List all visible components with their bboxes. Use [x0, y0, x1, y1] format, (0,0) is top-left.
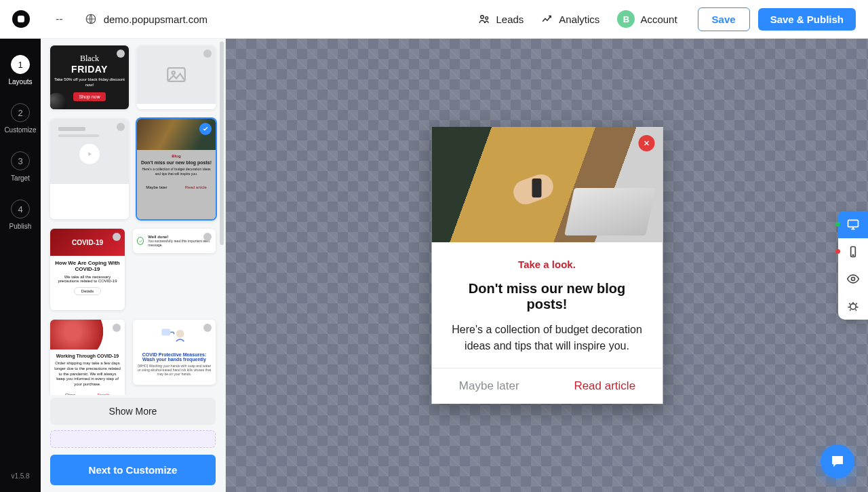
eye-icon — [846, 272, 860, 286]
campaign-name[interactable]: -- — [56, 13, 63, 25]
desktop-preview-button[interactable] — [838, 211, 868, 238]
close-icon — [203, 50, 212, 58]
popup-preview[interactable]: Take a look. Don't miss our new blog pos… — [431, 127, 663, 404]
svg-point-11 — [850, 304, 856, 309]
play-icon — [79, 144, 100, 164]
step-number: 1 — [11, 55, 30, 74]
layouts-panel: Black FRIDAY Take 50% off your black fri… — [41, 39, 226, 492]
nav-account-label: Account — [640, 14, 677, 25]
mobile-preview-button[interactable] — [838, 238, 868, 265]
selected-check-icon — [199, 123, 212, 135]
nav-analytics-label: Analytics — [559, 14, 599, 25]
popup-title: Don't miss our new blog posts! — [449, 281, 645, 312]
covid-banner: COVID-19 — [50, 229, 125, 256]
status-dot-green — [835, 222, 840, 227]
popup-hero-image — [431, 127, 663, 242]
close-icon — [117, 123, 125, 131]
save-publish-button[interactable]: Save & Publish — [758, 8, 856, 31]
svg-point-9 — [852, 254, 853, 255]
nav-leads-label: Leads — [496, 14, 524, 25]
svg-point-2 — [486, 17, 488, 20]
step-label: Publish — [9, 223, 32, 230]
close-icon — [203, 324, 212, 332]
scrollbar[interactable] — [220, 41, 224, 245]
preview-toolbar — [838, 211, 868, 320]
svg-point-1 — [481, 16, 484, 19]
step-number: 4 — [11, 200, 30, 219]
globe-icon — [85, 13, 97, 25]
avatar: B — [617, 10, 635, 28]
check-icon — [137, 237, 144, 245]
step-target[interactable]: 3 Target — [11, 151, 30, 182]
popup-maybe-later-button[interactable]: Maybe later — [431, 368, 547, 404]
step-label: Layouts — [8, 78, 32, 86]
nav-leads[interactable]: Leads — [478, 13, 524, 25]
intercom-chat-button[interactable] — [821, 444, 854, 478]
close-icon — [203, 233, 212, 241]
desktop-icon — [846, 218, 860, 231]
step-number: 2 — [11, 103, 30, 122]
step-layouts[interactable]: 1 Layouts — [8, 55, 32, 86]
app-logo[interactable] — [12, 10, 30, 28]
step-publish[interactable]: 4 Publish — [9, 200, 32, 230]
chat-icon — [829, 453, 846, 470]
layout-card-wash-hands[interactable]: COVID Protective Measures: Wash your han… — [133, 320, 216, 385]
layout-card-video[interactable] — [50, 119, 129, 219]
svg-point-6 — [176, 330, 184, 338]
layout-card-black-friday[interactable]: Black FRIDAY Take 50% off your black fri… — [50, 45, 129, 109]
visibility-button[interactable] — [838, 265, 868, 292]
svg-point-4 — [172, 71, 175, 74]
close-icon — [117, 50, 125, 58]
wash-title: COVID Protective Measures: Wash your han… — [137, 352, 212, 362]
show-more-button[interactable]: Show More — [50, 398, 216, 425]
cov2-title: Working Through COVID-19 — [54, 354, 121, 358]
debug-button[interactable] — [838, 292, 868, 320]
status-dot-red — [835, 249, 840, 254]
close-icon — [113, 324, 121, 332]
mobile-icon — [846, 245, 860, 259]
step-label: Customize — [4, 126, 36, 134]
nav-account[interactable]: B Account — [617, 10, 677, 28]
wash-hands-icon — [137, 324, 212, 349]
cov2-close: Close — [65, 393, 75, 395]
layout-card-image-placeholder[interactable] — [137, 45, 216, 109]
nav-analytics[interactable]: Analytics — [541, 13, 599, 25]
bf-line2: FRIDAY — [50, 64, 129, 75]
svg-point-10 — [852, 278, 855, 281]
top-header: -- demo.popupsmart.com Leads Analytics B… — [0, 0, 868, 39]
covid-desc: We take all the necessary precautions re… — [54, 275, 121, 283]
step-customize[interactable]: 2 Customize — [4, 103, 36, 134]
svg-rect-5 — [161, 329, 170, 336]
svg-rect-7 — [848, 220, 859, 227]
save-button[interactable]: Save — [698, 7, 750, 31]
covid-title: How We Are Coping With COVID-19 — [54, 260, 121, 272]
devices-preview-strip[interactable] — [50, 430, 216, 448]
layout-card-well-done[interactable]: Well done! You successfully read this im… — [133, 229, 216, 253]
layout-card-covid[interactable]: COVID-19 How We Are Coping With COVID-19… — [50, 229, 125, 310]
bomb-icon — [50, 93, 66, 109]
well-desc: You successfully read this important ale… — [148, 239, 212, 247]
domain-text[interactable]: demo.popupsmart.com — [104, 14, 208, 25]
thumbnails-scroll[interactable]: Black FRIDAY Take 50% off your black fri… — [41, 39, 225, 395]
leads-icon — [478, 13, 490, 25]
popup-read-article-button[interactable]: Read article — [547, 368, 663, 404]
bf-cta: Shop now — [73, 92, 105, 101]
popup-eyebrow: Take a look. — [449, 259, 645, 270]
bf-line3: Take 50% off your black friday discount … — [50, 77, 129, 88]
preview-canvas[interactable]: Take a look. Don't miss our new blog pos… — [226, 39, 868, 492]
cov2-desc: Order shipping may take a few days longe… — [54, 361, 121, 387]
covid-btn: Details — [74, 287, 101, 295]
step-number: 3 — [11, 151, 30, 170]
wash-desc: (WHO) Washing your hands with soap and w… — [137, 364, 212, 376]
bug-icon — [846, 299, 860, 313]
layout-card-covid2[interactable]: Working Through COVID-19 Order shipping … — [50, 320, 125, 395]
layout-card-blog-selected[interactable]: Blog Don't miss our new blog posts! Here… — [137, 119, 216, 219]
next-to-customize-button[interactable]: Next to Customize — [50, 455, 216, 485]
popup-close-button[interactable] — [638, 135, 654, 151]
cov2-details: Details — [98, 393, 110, 395]
step-label: Target — [11, 174, 30, 182]
version-text: v1.5.8 — [11, 472, 29, 480]
close-icon — [642, 139, 650, 147]
popup-description: Here's a collection of budget decoration… — [449, 322, 645, 354]
close-icon — [113, 233, 121, 241]
